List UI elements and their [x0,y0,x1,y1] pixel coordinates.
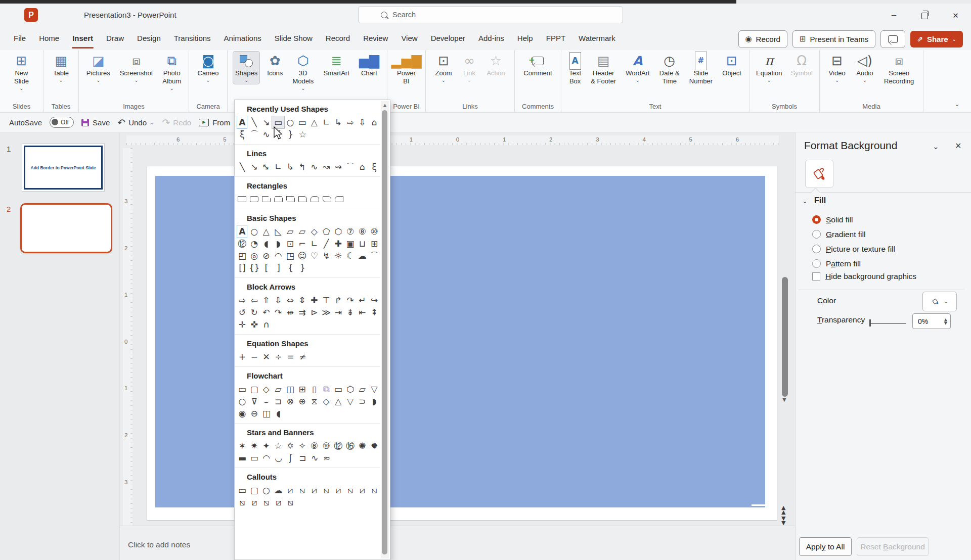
shape-icon[interactable]: ✹ [368,440,380,452]
shape-icon[interactable]: ◎ [248,250,260,262]
shape-icon[interactable]: ↷ [344,294,357,306]
shape-icon[interactable]: ⌒ [248,128,260,141]
shape-icon[interactable]: ▭ [248,452,260,464]
shape-icon[interactable]: ⑧ [308,440,321,452]
shape-icon[interactable]: ⇔ [284,294,296,306]
transparency-slider[interactable] [870,323,906,324]
ribbon-button-3d-models[interactable]: ⬡3D Models⌄ [290,52,316,92]
shape-icon[interactable]: ≈ [321,452,333,464]
scrollbar-thumb[interactable] [382,110,387,554]
shape-icon[interactable]: ✧ [296,440,308,452]
shape-rectangle[interactable] [248,193,260,205]
shape-icon[interactable]: ⊕ [296,395,308,407]
shape-icon[interactable]: ξ [368,161,380,173]
shape-icon[interactable]: ʃ [285,452,297,464]
shape-icon[interactable]: ◠ [260,452,273,464]
scroll-down-icon[interactable]: ▼ [782,397,786,402]
shape-icon[interactable]: ☆ [272,440,284,452]
shape-icon[interactable]: ⊘ [260,250,273,262]
shape-icon[interactable]: ◇ [260,383,273,395]
shape-icon[interactable]: ⊞ [368,238,380,250]
shape-icon[interactable]: = [285,351,297,363]
shape-icon[interactable]: ◇ [308,225,321,238]
shape-icon[interactable]: ⧖ [308,395,321,407]
shape-icon[interactable]: ↵ [357,294,369,306]
shape-icon[interactable]: ✷ [248,440,260,452]
shape-icon[interactable]: ◠ [272,250,284,262]
shape-icon[interactable]: } [285,128,297,141]
shape-icon[interactable]: ⊽ [248,395,260,407]
shape-icon[interactable]: ⇉ [296,306,308,318]
notes-pane[interactable] [120,526,795,560]
shape-icon[interactable]: ✺ [357,440,369,452]
shape-icon[interactable]: ↳ [284,161,296,173]
minimize-button[interactable]: ─ [878,4,909,28]
shape-icon[interactable]: ↪ [368,294,380,306]
shape-icon[interactable]: ◉ [236,407,248,419]
shape-icon[interactable]: ▭ [296,116,308,128]
menu-tab-view[interactable]: View [394,28,424,50]
shape-rectangle[interactable] [260,193,273,205]
ribbon-button-icons[interactable]: ✿Icons [265,52,285,78]
shape-icon[interactable]: ⊳ [308,306,321,318]
radio-icon[interactable] [812,245,821,253]
shape-icon[interactable]: ∿ [308,161,321,173]
ribbon-button-comment[interactable]: Comment [521,52,554,78]
shape-icon[interactable]: ⊞ [296,383,308,395]
shape-icon[interactable]: ✕ [260,351,273,363]
shape-icon[interactable]: + [236,351,248,363]
shape-icon[interactable]: ☼ [332,250,344,262]
shape-icon[interactable]: ↻ [248,306,260,318]
shape-icon[interactable]: ⑫ [236,238,248,250]
color-picker-button[interactable]: ⌄ [922,292,957,311]
shape-icon[interactable]: ⇦ [248,294,260,306]
ribbon-button-link[interactable]: ∞Link⌄ [461,52,477,84]
menu-tab-animations[interactable]: Animations [217,28,268,50]
shape-icon[interactable]: ☁ [272,484,284,496]
shape-icon[interactable]: ↱ [332,294,344,306]
shape-icon[interactable]: ▭ [236,484,248,496]
shape-icon[interactable]: ◳ [284,250,296,262]
slide-thumbnail-2-selected[interactable] [20,203,112,253]
shape-icon[interactable]: ✶ [236,440,248,452]
shape-icon[interactable]: ▱ [272,383,284,395]
shape-icon[interactable]: ♡ [308,250,321,262]
shape-icon[interactable]: △ [260,225,273,238]
shape-icon[interactable]: ◡ [273,452,285,464]
shape-icon[interactable]: ⬠ [320,225,332,238]
shape-icon[interactable]: ↶ [260,306,273,318]
shape-icon[interactable]: ÷ [273,351,285,363]
notes-placeholder[interactable]: Click to add notes [128,540,190,549]
menu-tab-insert[interactable]: Insert [66,28,100,50]
ribbon-button-date-time[interactable]: ◷Date & Time [657,52,682,86]
shape-icon[interactable]: △ [332,395,344,407]
menu-tab-design[interactable]: Design [130,28,167,50]
shape-icon[interactable]: ▱ [284,225,296,238]
next-slide-button[interactable]: ▼▼ [781,516,785,525]
ribbon-button-zoom[interactable]: ⊡Zoom⌄ [433,52,454,84]
shape-icon[interactable]: ↘ [248,161,260,173]
shape-icon[interactable]: ◖ [260,238,273,250]
hide-background-graphics-option[interactable]: Hide background graphics [812,272,916,281]
ribbon-button-photo-album[interactable]: ⧉Photo Album⌄ [160,52,183,92]
fill-section-chevron-icon[interactable]: ⌄ [802,197,808,205]
shape-icon[interactable]: ▱ [357,383,369,395]
menu-tab-record[interactable]: Record [319,28,357,50]
shape-icon[interactable]: ▽ [344,395,357,407]
shape-rectangle[interactable] [273,193,285,205]
close-button[interactable]: ✕ [940,4,971,28]
shape-icon[interactable]: ⊖ [248,407,260,419]
shape-icon[interactable]: {} [248,262,260,274]
menu-tab-home[interactable]: Home [32,28,66,50]
shape-icon[interactable]: ∟ [308,238,321,250]
ribbon-button-chart[interactable]: ▅▇Chart [357,52,381,78]
ribbon-button-object[interactable]: ⊡Object [720,52,743,78]
fill-option-pattern-fill[interactable]: Pattern fill [812,256,964,271]
shape-icon[interactable]: ✡ [284,440,296,452]
shape-icon[interactable]: ⇞ [368,306,380,318]
ribbon-button-action[interactable]: ☆Action [484,52,507,78]
menu-tab-watermark[interactable]: Watermark [572,28,622,50]
shape-icon[interactable]: ≫ [320,306,332,318]
shape-icon[interactable]: [ [260,262,273,274]
shape-icon[interactable]: ◇ [320,395,332,407]
